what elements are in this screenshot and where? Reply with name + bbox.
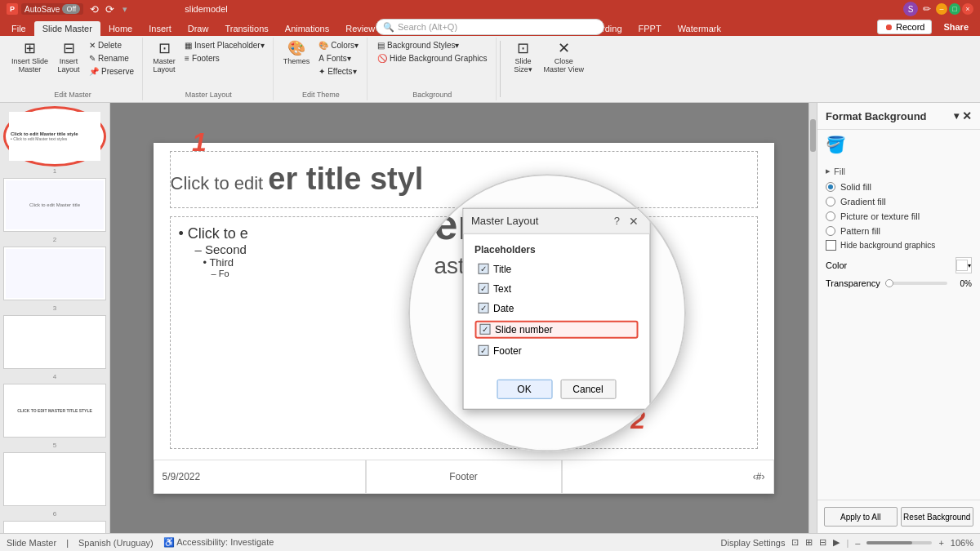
slide-thumb-5[interactable]: CLICK TO EDIT MASTER TITLE STYLE bbox=[3, 384, 106, 438]
themes-button[interactable]: 🎨 Themes bbox=[280, 39, 314, 67]
slide-thumb-3[interactable] bbox=[3, 247, 106, 300]
share-button[interactable]: Share bbox=[935, 20, 977, 33]
format-panel: Format Background ▾ ✕ 🪣 ▸ Fill Solid fil… bbox=[817, 103, 980, 533]
master-layout-label: Master Layout bbox=[149, 91, 268, 99]
slide-thumb-2[interactable]: Click to edit Master title bbox=[3, 178, 106, 232]
maximize-button[interactable]: □ bbox=[949, 3, 960, 15]
more-icon[interactable]: ▾ bbox=[122, 4, 127, 15]
vertical-scrollbar[interactable] bbox=[808, 103, 817, 533]
background-styles-button[interactable]: ▤ Background Styles▾ bbox=[374, 39, 491, 51]
apply-to-all-button[interactable]: Apply to All bbox=[824, 507, 898, 527]
display-settings[interactable]: Display Settings bbox=[721, 538, 786, 548]
date-checkbox[interactable]: ✓ bbox=[478, 303, 488, 313]
close-button[interactable]: × bbox=[962, 3, 973, 15]
tab-home[interactable]: Home bbox=[100, 21, 140, 36]
dialog-buttons: OK Cancel bbox=[463, 372, 649, 408]
view-slide-sorter-icon[interactable]: ⊞ bbox=[805, 537, 813, 548]
pen-icon[interactable]: ✏ bbox=[923, 3, 931, 15]
effects-button[interactable]: ✦ Effects▾ bbox=[315, 65, 362, 78]
slide-footer-num[interactable]: ‹#› bbox=[562, 460, 774, 494]
fonts-button[interactable]: A Fonts▾ bbox=[315, 52, 362, 64]
tab-draw[interactable]: Draw bbox=[180, 21, 217, 36]
color-picker-button[interactable]: ▾ bbox=[956, 257, 972, 273]
master-layout-button[interactable]: ⊡ MasterLayout bbox=[149, 39, 179, 75]
autosave-state[interactable]: Off bbox=[62, 4, 80, 14]
picture-fill-radio[interactable] bbox=[826, 211, 835, 221]
colors-button[interactable]: 🎨 Colors▾ bbox=[315, 39, 362, 51]
insert-slide-master-button[interactable]: ⊞ Insert SlideMaster bbox=[8, 39, 51, 75]
solid-fill-radio[interactable] bbox=[826, 182, 835, 192]
pattern-fill-radio[interactable] bbox=[826, 226, 835, 236]
cancel-button[interactable]: Cancel bbox=[560, 379, 616, 398]
pattern-fill-option[interactable]: Pattern fill bbox=[826, 225, 972, 237]
hide-bg-graphics-button[interactable]: 🚫 Hide Background Graphics bbox=[374, 52, 491, 64]
footers-button[interactable]: ≡ Footers bbox=[181, 52, 268, 64]
insert-placeholder-button[interactable]: ▦ Insert Placeholder▾ bbox=[181, 39, 268, 51]
gradient-fill-option[interactable]: Gradient fill bbox=[826, 196, 972, 207]
record-button[interactable]: ⏺ Record bbox=[877, 20, 932, 34]
autosave-toggle[interactable]: AutoSave Off bbox=[21, 3, 83, 15]
status-language: Spanish (Uruguay) bbox=[78, 538, 154, 548]
fill-section-header[interactable]: ▸ Fill bbox=[826, 166, 972, 176]
insert-layout-button[interactable]: ⊟ InsertLayout bbox=[54, 39, 83, 75]
text-label: Text bbox=[493, 282, 511, 294]
format-panel-close-icon[interactable]: ✕ bbox=[962, 109, 972, 122]
picture-fill-option[interactable]: Picture or texture fill bbox=[826, 211, 972, 222]
zoom-out-icon[interactable]: – bbox=[855, 538, 860, 548]
slide-footer-center[interactable]: Footer bbox=[366, 460, 562, 494]
dialog-close-button[interactable]: ✕ bbox=[626, 213, 641, 228]
tab-watermark[interactable]: Watermark bbox=[670, 21, 729, 36]
view-normal-icon[interactable]: ⊡ bbox=[791, 537, 799, 548]
placeholder-date-row: ✓ Date bbox=[474, 300, 638, 315]
redo-icon[interactable]: ⟳ bbox=[105, 3, 114, 16]
dialog-title-bar: Master Layout ? ✕ bbox=[463, 208, 649, 233]
gradient-fill-radio[interactable] bbox=[826, 197, 835, 207]
slide-footer-date[interactable]: 5/9/2022 bbox=[154, 460, 366, 494]
tab-file[interactable]: File bbox=[3, 21, 34, 36]
ok-button[interactable]: OK bbox=[497, 379, 552, 398]
reset-background-button[interactable]: Reset Background bbox=[901, 507, 974, 527]
tab-animations[interactable]: Animations bbox=[277, 21, 337, 36]
zoom-value[interactable]: 106% bbox=[951, 538, 973, 548]
search-bar[interactable]: 🔍 Search (Alt+Q) bbox=[376, 19, 604, 35]
collapse-icon[interactable]: ▾ bbox=[954, 110, 959, 122]
solid-fill-option[interactable]: Solid fill bbox=[826, 181, 972, 193]
zoom-in-icon[interactable]: + bbox=[938, 538, 943, 548]
text-checkbox[interactable]: ✓ bbox=[478, 283, 488, 294]
footer-checkbox[interactable]: ✓ bbox=[478, 345, 488, 356]
view-reading-icon[interactable]: ⊟ bbox=[819, 537, 826, 548]
tab-slide-master[interactable]: Slide Master bbox=[34, 21, 100, 36]
undo-icon[interactable]: ⟲ bbox=[90, 3, 99, 16]
close-master-view-button[interactable]: ✕ CloseMaster View bbox=[541, 39, 587, 75]
rename-button[interactable]: ✎ Rename bbox=[86, 52, 137, 64]
slide-thumb-1[interactable]: Click to edit Master title style • Click… bbox=[3, 106, 106, 167]
autosave-label: AutoSave bbox=[24, 5, 60, 14]
accessibility-status[interactable]: ♿ Accessibility: Investigate bbox=[163, 537, 274, 548]
tab-insert[interactable]: Insert bbox=[140, 21, 180, 36]
pattern-fill-label: Pattern fill bbox=[840, 226, 880, 236]
title-checkbox[interactable]: ✓ bbox=[478, 264, 488, 274]
slide-number-checkbox[interactable]: ✓ bbox=[479, 324, 490, 335]
preserve-button[interactable]: 📌 Preserve bbox=[86, 65, 137, 78]
tab-transitions[interactable]: Transitions bbox=[216, 21, 276, 36]
minimize-button[interactable]: – bbox=[936, 3, 947, 15]
tab-fppt[interactable]: FPPT bbox=[630, 21, 670, 36]
color-dropdown-icon[interactable]: ▾ bbox=[968, 262, 971, 269]
slide-thumb-4[interactable] bbox=[3, 315, 106, 369]
ribbon-group-edit-theme: 🎨 Themes 🎨 Colors▾ A Fonts▾ ✦ Effects▾ E… bbox=[275, 38, 368, 100]
transparency-thumb[interactable] bbox=[885, 279, 893, 287]
scrollbar-thumb[interactable] bbox=[810, 119, 816, 152]
slide-size-button[interactable]: ⊡ SlideSize▾ bbox=[509, 39, 538, 75]
slide-thumb-6[interactable] bbox=[3, 452, 106, 506]
dialog-help-button[interactable]: ? bbox=[614, 215, 620, 227]
slide-num-3: 3 bbox=[3, 304, 106, 312]
delete-button[interactable]: ✕ Delete bbox=[86, 39, 137, 51]
hide-bg-checkbox[interactable] bbox=[826, 240, 836, 251]
view-slideshow-icon[interactable]: ▶ bbox=[833, 537, 840, 548]
title-bar-left: P AutoSave Off ⟲ ⟳ ▾ slidemodel bbox=[7, 3, 903, 16]
transparency-slider[interactable] bbox=[885, 282, 947, 285]
insert-placeholder-icon: ▦ bbox=[185, 41, 192, 50]
slide-panel: Click to edit Master title style • Click… bbox=[0, 103, 110, 533]
slide-thumb-7[interactable] bbox=[3, 521, 106, 533]
zoom-slider[interactable] bbox=[866, 541, 932, 544]
